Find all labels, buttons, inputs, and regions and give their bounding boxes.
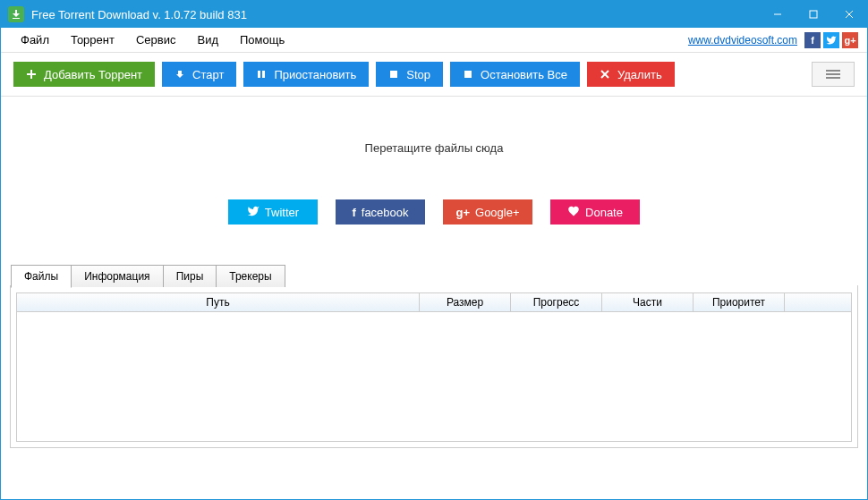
- stop-icon: [388, 69, 399, 80]
- svg-rect-6: [258, 71, 260, 78]
- dropzone-text: Перетащите файлы сюда: [365, 141, 504, 155]
- titlebar: Free Torrent Download v. 1.0.72 build 83…: [1, 1, 867, 28]
- btn-label: Google+: [475, 206, 520, 219]
- svg-rect-1: [810, 11, 817, 18]
- social-icons: f g+: [804, 32, 858, 48]
- window-title: Free Torrent Download v. 1.0.72 build 83…: [31, 8, 760, 21]
- svg-rect-8: [390, 71, 397, 78]
- btn-label: Donate: [585, 206, 623, 219]
- start-button[interactable]: Старт: [162, 62, 236, 87]
- google-button[interactable]: g+Google+: [443, 199, 532, 225]
- svg-rect-9: [464, 71, 472, 78]
- files-table: Путь Размер Прогресс Части Приоритет: [11, 287, 857, 447]
- btn-label: Добавить Торрент: [44, 68, 142, 81]
- tab-files[interactable]: Файлы: [11, 265, 72, 288]
- stop-icon: [463, 69, 473, 80]
- toolbar: Добавить Торрент Старт Приостановить Sto…: [1, 53, 867, 97]
- btn-label: Старт: [192, 68, 224, 81]
- twitter-icon: [247, 205, 260, 220]
- tab-info[interactable]: Информация: [71, 265, 163, 287]
- delete-button[interactable]: Удалить: [587, 62, 675, 87]
- share-buttons: Twitter ffacebook g+Google+ Donate: [228, 199, 640, 225]
- website-link[interactable]: www.dvdvideosoft.com: [688, 34, 797, 47]
- add-torrent-button[interactable]: Добавить Торрент: [13, 62, 155, 87]
- pause-icon: [256, 69, 267, 80]
- svg-rect-7: [262, 71, 265, 78]
- donate-button[interactable]: Donate: [550, 199, 640, 225]
- table-header: Путь Размер Прогресс Части Приоритет: [16, 292, 852, 312]
- app-icon: [8, 6, 24, 22]
- twitter-icon[interactable]: [823, 32, 839, 48]
- menu-help[interactable]: Помощь: [229, 30, 295, 50]
- window-controls: [760, 1, 867, 28]
- minimize-button[interactable]: [760, 1, 796, 28]
- menu-torrent[interactable]: Торрент: [60, 30, 125, 50]
- btn-label: facebook: [362, 206, 409, 219]
- download-icon: [174, 69, 185, 80]
- column-size[interactable]: Размер: [420, 293, 511, 311]
- stop-button[interactable]: Stop: [376, 62, 443, 87]
- column-progress[interactable]: Прогресс: [511, 293, 602, 311]
- column-priority[interactable]: Приоритет: [694, 293, 785, 311]
- close-icon: [600, 69, 610, 80]
- facebook-icon[interactable]: f: [804, 32, 821, 48]
- tab-trackers[interactable]: Трекеры: [216, 265, 285, 287]
- column-parts[interactable]: Части: [602, 293, 694, 311]
- google-icon: g+: [455, 206, 470, 219]
- tabs: Файлы Информация Пиры Трекеры: [11, 265, 857, 287]
- pause-button[interactable]: Приостановить: [243, 62, 369, 87]
- stop-all-button[interactable]: Остановить Все: [450, 62, 580, 87]
- heart-icon: [567, 205, 580, 220]
- btn-label: Twitter: [265, 206, 299, 219]
- column-path[interactable]: Путь: [17, 293, 420, 311]
- menu-service[interactable]: Сервис: [125, 30, 187, 50]
- maximize-button[interactable]: [796, 1, 831, 28]
- menu-button[interactable]: [812, 62, 855, 87]
- btn-label: Stop: [406, 68, 430, 81]
- twitter-button[interactable]: Twitter: [228, 199, 318, 225]
- tab-peers[interactable]: Пиры: [163, 265, 217, 287]
- btn-label: Удалить: [617, 68, 662, 81]
- googleplus-icon[interactable]: g+: [842, 32, 858, 48]
- btn-label: Приостановить: [274, 68, 356, 81]
- facebook-icon: f: [352, 206, 355, 219]
- facebook-button[interactable]: ffacebook: [336, 199, 425, 225]
- plus-icon: [26, 69, 37, 80]
- menubar: Файл Торрент Сервис Вид Помощь www.dvdvi…: [1, 28, 867, 53]
- table-body: [16, 312, 852, 442]
- menu-view[interactable]: Вид: [186, 30, 229, 50]
- details-panel: Файлы Информация Пиры Трекеры Путь Разме…: [10, 285, 858, 448]
- close-button[interactable]: [831, 1, 867, 28]
- dropzone[interactable]: Перетащите файлы сюда Twitter ffacebook …: [1, 97, 867, 251]
- menu-file[interactable]: Файл: [10, 30, 60, 50]
- column-empty[interactable]: [785, 293, 851, 311]
- btn-label: Остановить Все: [481, 68, 567, 81]
